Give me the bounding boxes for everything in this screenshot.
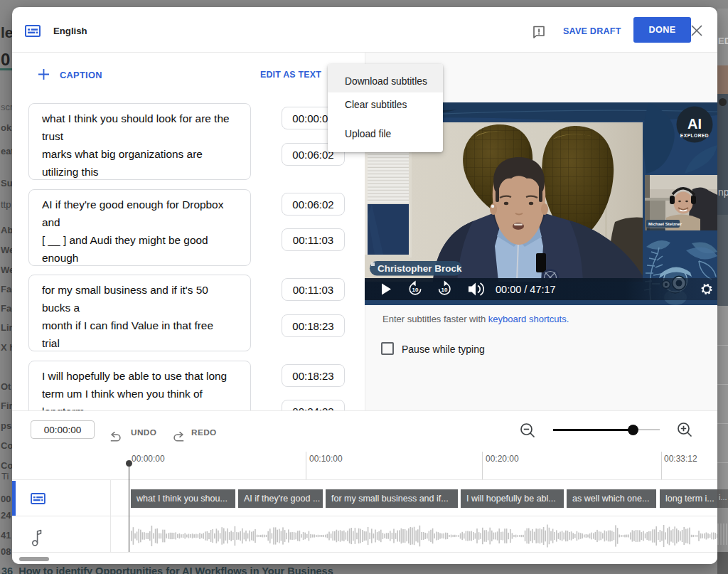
svg-text:EXPLORED: EXPLORED xyxy=(680,133,709,138)
svg-text:Michael Stelzner: Michael Stelzner xyxy=(648,222,682,226)
svg-text:AI: AI xyxy=(687,116,702,132)
svg-text:00:00 / 47:17: 00:00 / 47:17 xyxy=(496,284,556,295)
svg-text:Christopher Brock: Christopher Brock xyxy=(378,263,462,274)
svg-text:10: 10 xyxy=(412,287,419,293)
svg-text:10: 10 xyxy=(441,287,448,293)
